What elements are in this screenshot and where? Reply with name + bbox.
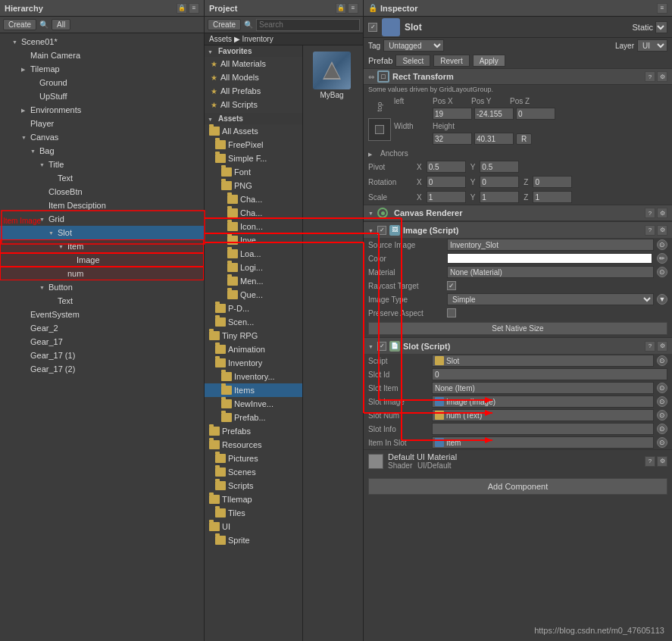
folder-inventory2[interactable]: Inventory...: [205, 370, 302, 383]
hierarchy-create-btn[interactable]: Create: [3, 19, 36, 30]
posx-input[interactable]: [433, 108, 472, 120]
tree-item-title[interactable]: Title: [0, 158, 204, 171]
rot-z-input[interactable]: [533, 176, 572, 188]
folder-scenes[interactable]: Scenes: [205, 465, 302, 479]
folder-all-assets[interactable]: All Assets: [205, 124, 302, 138]
folder-tiles[interactable]: Tiles: [205, 506, 302, 520]
folder-pictures[interactable]: Pictures: [205, 452, 302, 465]
item-in-slot-circle-btn[interactable]: ⊙: [657, 437, 667, 448]
folder-ui[interactable]: UI: [205, 520, 302, 533]
project-lock-icon[interactable]: 🔒: [336, 3, 346, 14]
slot-item-circle-btn[interactable]: ⊙: [657, 383, 667, 393]
folder-scripts[interactable]: Scripts: [205, 479, 302, 492]
anchor-diagram[interactable]: [368, 118, 391, 141]
folder-logi[interactable]: Logi...: [205, 261, 302, 274]
cr-settings-icon[interactable]: ⚙: [657, 208, 667, 218]
slot-image-circle-btn[interactable]: ⊙: [657, 396, 667, 407]
posz-input[interactable]: [516, 108, 555, 120]
tree-item-scene01[interactable]: Scene01*: [0, 35, 204, 48]
tree-item-grid[interactable]: Grid: [0, 212, 204, 226]
slot-edit-icon[interactable]: ?: [645, 341, 655, 352]
folder-inve[interactable]: Inve...: [205, 233, 302, 247]
static-dropdown[interactable]: [655, 21, 667, 33]
tree-item-num[interactable]: num: [0, 267, 204, 280]
folder-font[interactable]: Font: [205, 165, 302, 179]
folder-cha2[interactable]: Cha...: [205, 206, 302, 220]
folder-pd[interactable]: P-D...: [205, 302, 302, 315]
layer-select[interactable]: UI: [637, 39, 667, 52]
apply-btn[interactable]: Apply: [473, 55, 505, 67]
project-menu-icon[interactable]: ≡: [348, 3, 358, 14]
tree-item-image[interactable]: Image: [0, 253, 204, 267]
object-active-checkbox[interactable]: [368, 23, 377, 32]
img-edit-icon[interactable]: ?: [645, 225, 655, 236]
posy-input[interactable]: [474, 108, 514, 120]
tree-item-item[interactable]: Item: [0, 239, 204, 253]
img-settings-icon[interactable]: ⚙: [657, 225, 667, 236]
folder-sprite[interactable]: Sprite: [205, 533, 302, 547]
rect-transform-header[interactable]: ⇔ □ Rect Transform ? ⚙: [364, 68, 672, 85]
select-btn[interactable]: Select: [395, 55, 430, 67]
revert-btn[interactable]: Revert: [433, 55, 469, 67]
folder-resources[interactable]: Resources: [205, 438, 302, 452]
set-native-size-btn[interactable]: Set Native Size: [368, 322, 667, 335]
project-search-input[interactable]: [256, 19, 360, 31]
source-image-input[interactable]: [447, 239, 654, 251]
folder-cha1[interactable]: Cha...: [205, 192, 302, 206]
tree-item-environments[interactable]: Environments: [0, 103, 204, 117]
preserve-aspect-checkbox[interactable]: [447, 308, 456, 317]
raycast-checkbox[interactable]: [447, 281, 456, 290]
inspector-menu-icon[interactable]: ≡: [657, 3, 667, 14]
folder-inventory[interactable]: Inventory: [205, 356, 302, 370]
source-image-circle-btn[interactable]: ⊙: [657, 239, 667, 250]
slot-settings-icon[interactable]: ⚙: [657, 341, 667, 352]
folder-que[interactable]: Que...: [205, 288, 302, 302]
script-circle-btn[interactable]: ⊙: [657, 355, 667, 366]
folder-anim[interactable]: Animation: [205, 342, 302, 356]
image-type-select[interactable]: Simple: [447, 293, 654, 305]
slot-script-checkbox[interactable]: [377, 342, 386, 351]
pivot-x-input[interactable]: [427, 161, 466, 173]
height-input[interactable]: [474, 133, 514, 145]
rt-edit-icon[interactable]: ?: [645, 71, 655, 82]
slot-num-circle-btn[interactable]: ⊙: [657, 410, 667, 421]
folder-scen[interactable]: Scen...: [205, 315, 302, 329]
rot-x-input[interactable]: [427, 176, 466, 188]
folder-prefabs[interactable]: Prefabs: [205, 424, 302, 438]
tree-item-bag[interactable]: Bag: [0, 144, 204, 158]
color-eyedropper-icon[interactable]: ✏: [657, 253, 667, 264]
folder-tilemap[interactable]: TIlemap: [205, 492, 302, 506]
hierarchy-lock-icon[interactable]: 🔒: [177, 3, 187, 14]
folder-loa[interactable]: Loa...: [205, 247, 302, 261]
fav-all-prefabs[interactable]: ★ All Prefabs: [205, 84, 302, 98]
slot-script-header[interactable]: 📄 Slot (Script) ? ⚙: [364, 337, 672, 354]
tree-item-gear17-2[interactable]: Gear_17 (2): [0, 362, 204, 376]
material-edit-icon[interactable]: ?: [645, 456, 655, 467]
tree-item-button[interactable]: Button: [0, 280, 204, 294]
tree-item-item-desc[interactable]: Item Desciption: [0, 199, 204, 212]
folder-freepixel[interactable]: FreePixel: [205, 138, 302, 152]
fav-all-materials[interactable]: ★ All Materials: [205, 57, 302, 70]
fav-all-scripts[interactable]: ★ All Scripts: [205, 98, 302, 111]
folder-simple-f[interactable]: Simple F...: [205, 152, 302, 165]
tree-item-tilemap[interactable]: Tilemap: [0, 62, 204, 76]
folder-newinve[interactable]: NewInve...: [205, 397, 302, 411]
tree-item-upstuff[interactable]: UpStuff: [0, 89, 204, 103]
tag-select[interactable]: Untagged: [383, 39, 444, 52]
hierarchy-all-btn[interactable]: All: [52, 19, 70, 30]
tree-item-gear2[interactable]: Gear_2: [0, 321, 204, 335]
tree-item-gear17-1[interactable]: Gear_17 (1): [0, 349, 204, 362]
tree-item-eventsystem[interactable]: EventSystem: [0, 308, 204, 321]
pivot-y-input[interactable]: [480, 161, 519, 173]
thumb-mybag[interactable]: MyBag: [309, 52, 355, 99]
r-button[interactable]: R: [516, 133, 532, 145]
folder-tinyrpg[interactable]: Tiny RPG: [205, 329, 302, 342]
folder-png[interactable]: PNG: [205, 179, 302, 192]
tree-item-text2[interactable]: Text: [0, 294, 204, 308]
slot-info-circle-btn[interactable]: ⊙: [657, 424, 667, 434]
scale-z-input[interactable]: [533, 191, 572, 203]
cr-edit-icon[interactable]: ?: [645, 208, 655, 218]
hierarchy-menu-icon[interactable]: ≡: [189, 3, 199, 14]
tree-item-gear17[interactable]: Gear_17: [0, 335, 204, 349]
folder-items[interactable]: Items: [205, 383, 302, 397]
